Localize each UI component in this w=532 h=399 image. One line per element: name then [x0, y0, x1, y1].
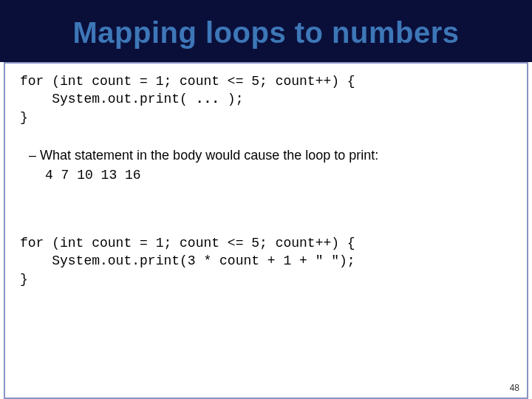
- question-text: What statement in the body would cause t…: [40, 148, 378, 163]
- code-block-question: for (int count = 1; count <= 5; count++)…: [20, 72, 512, 126]
- content-panel: for (int count = 1; count <= 5; count++)…: [4, 62, 528, 399]
- bullet-dash: –: [29, 148, 36, 163]
- spacer: [20, 183, 512, 234]
- code2-line2: System.out.print(3 * count + 1 + " ");: [20, 253, 355, 268]
- code1-line2-post: );: [219, 92, 243, 106]
- question-line: – What statement in the body would cause…: [29, 146, 512, 165]
- code1-ellipsis: ...: [196, 92, 219, 106]
- code2-line3: }: [20, 272, 28, 287]
- page-number: 48: [510, 383, 519, 393]
- code1-line2-pre: System.out.print(: [20, 92, 196, 106]
- code2-line1: for (int count = 1; count <= 5; count++)…: [20, 236, 355, 250]
- code1-line3: }: [20, 110, 28, 125]
- code-block-answer: for (int count = 1; count <= 5; count++)…: [20, 234, 512, 288]
- slide-title: Mapping loops to numbers: [0, 16, 532, 50]
- expected-output: 4 7 10 13 16: [45, 168, 512, 183]
- code1-line1: for (int count = 1; count <= 5; count++)…: [20, 74, 355, 89]
